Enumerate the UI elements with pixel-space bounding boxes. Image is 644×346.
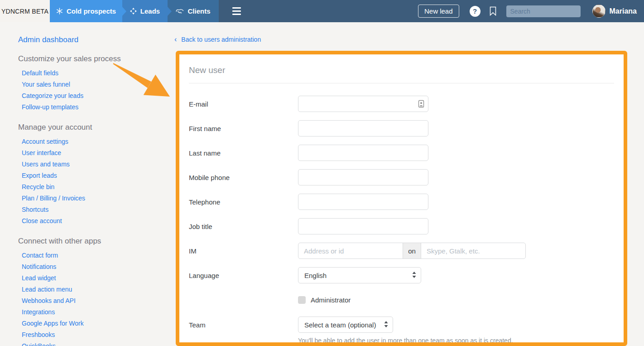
first-name-label: First name — [189, 125, 298, 132]
tab-leads[interactable]: Leads — [122, 0, 168, 22]
tab-label: Clients — [187, 7, 210, 15]
sidebar-links: Default fieldsYour sales funnelCategoriz… — [22, 68, 174, 113]
language-select-value: English — [304, 272, 327, 279]
form-row-im: IM on — [189, 243, 614, 259]
sidebar-links: Account settingsUser interfaceUsers and … — [22, 136, 174, 227]
bookmark-icon[interactable] — [490, 6, 496, 16]
team-note: You'll be able to add the user in more t… — [298, 337, 614, 344]
app-logo[interactable]: YDNCRM BETA — [0, 0, 50, 22]
sidebar-link-recycle-bin[interactable]: Recycle bin — [22, 181, 174, 193]
sidebar-links: Contact formNotificationsLead widgetLead… — [22, 250, 174, 346]
sidebar-link-lead-widget[interactable]: Lead widget — [22, 273, 174, 284]
main-nav-tabs: Cold prospects Leads — [50, 0, 219, 22]
sidebar-link-user-interface[interactable]: User interface — [22, 147, 174, 159]
tab-clients[interactable]: Clients — [168, 0, 219, 22]
admin-sidebar: Admin dashboard Customize your sales pro… — [0, 22, 174, 346]
sidebar-link-close-account[interactable]: Close account — [22, 215, 174, 227]
form-row-telephone: Telephone — [189, 194, 614, 210]
sidebar-section-heading: Manage your account — [18, 119, 174, 132]
back-link-label: Back to users administration — [181, 36, 261, 43]
form-row-language: Language English — [189, 267, 614, 283]
menu-icon[interactable] — [231, 5, 242, 18]
form-row-job-title: Job title — [189, 218, 614, 234]
form-row-last-name: Last name — [189, 145, 614, 161]
mobile-phone-label: Mobile phone — [189, 174, 298, 181]
sidebar-link-quickbooks[interactable]: QuickBooks — [22, 341, 174, 346]
sidebar-link-contact-form[interactable]: Contact form — [22, 250, 174, 261]
sidebar-link-users-and-teams[interactable]: Users and teams — [22, 159, 174, 170]
form-title: New user — [189, 65, 614, 75]
email-label: E-mail — [189, 100, 298, 108]
autofill-contact-icon[interactable] — [418, 100, 424, 108]
last-name-input[interactable] — [298, 145, 428, 161]
team-label: Team — [189, 321, 298, 329]
tab-label: Cold prospects — [67, 7, 116, 15]
job-title-input[interactable] — [298, 218, 428, 234]
move-arrows-icon — [130, 8, 137, 15]
team-select-value: Select a team (optional) — [304, 321, 376, 329]
user-name[interactable]: Mariana — [610, 7, 637, 15]
language-label: Language — [189, 272, 298, 279]
im-service-input[interactable] — [421, 243, 526, 259]
tab-label: Leads — [140, 7, 160, 15]
email-input-wrap — [298, 96, 428, 112]
sidebar-link-webhooks-and-api[interactable]: Webhooks and API — [22, 295, 174, 307]
telephone-label: Telephone — [189, 198, 298, 206]
new-lead-button[interactable]: New lead — [418, 5, 459, 18]
divider — [189, 83, 614, 83]
sidebar-link-shortcuts[interactable]: Shortcuts — [22, 204, 174, 215]
form-row-administrator: Administrator — [298, 292, 614, 308]
new-user-form-card: New user E-mail First n — [176, 51, 627, 346]
navbar-right: New lead ? Mariana — [418, 0, 644, 22]
avatar[interactable] — [592, 5, 606, 18]
form-row-first-name: First name — [189, 120, 614, 136]
im-addon: on — [403, 243, 421, 259]
tab-cold-prospects[interactable]: Cold prospects — [50, 0, 122, 22]
select-stepper-icon — [412, 272, 416, 279]
sidebar-sections: Customize your sales processDefault fiel… — [0, 50, 174, 346]
administrator-checkbox[interactable] — [298, 296, 306, 304]
sidebar-link-account-settings[interactable]: Account settings — [22, 136, 174, 147]
job-title-label: Job title — [189, 223, 298, 230]
sidebar-link-plan-billing-invoices[interactable]: Plan / Billing / Invoices — [22, 193, 174, 204]
first-name-input[interactable] — [298, 120, 428, 136]
search-input[interactable] — [506, 5, 581, 17]
help-icon[interactable]: ? — [470, 6, 481, 17]
chevron-left-icon: ‹ — [174, 36, 177, 43]
sidebar-link-export-leads[interactable]: Export leads — [22, 170, 174, 181]
sidebar-link-categorize-your-leads[interactable]: Categorize your leads — [22, 90, 174, 102]
team-select[interactable]: Select a team (optional) — [298, 317, 393, 333]
simple-rows: First nameLast nameMobile phoneTelephone… — [189, 120, 614, 234]
select-stepper-icon — [384, 321, 388, 329]
sidebar-link-lead-action-menu[interactable]: Lead action menu — [22, 284, 174, 295]
im-address-input[interactable] — [298, 243, 403, 259]
sidebar-link-follow-up-templates[interactable]: Follow-up templates — [22, 102, 174, 113]
sidebar-link-default-fields[interactable]: Default fields — [22, 68, 174, 79]
last-name-label: Last name — [189, 149, 298, 157]
form-row-team: Team Select a team (optional) — [189, 317, 614, 333]
back-to-users-link[interactable]: ‹ Back to users administration — [174, 36, 261, 43]
mobile-phone-input[interactable] — [298, 169, 428, 185]
form-row-mobile-phone: Mobile phone — [189, 169, 614, 185]
handshake-icon — [176, 8, 184, 15]
form-row-email: E-mail — [189, 96, 614, 112]
administrator-label: Administrator — [311, 296, 351, 304]
sidebar-link-admin-dashboard[interactable]: Admin dashboard — [18, 35, 174, 44]
sidebar-link-google-apps-for-work[interactable]: Google Apps for Work — [22, 318, 174, 329]
language-select[interactable]: English — [298, 267, 421, 283]
main-content: ‹ Back to users administration New user … — [168, 22, 644, 346]
new-user-form: E-mail First nameLast nameMobile phoneTe… — [189, 96, 614, 344]
im-label: IM — [189, 247, 298, 255]
telephone-input[interactable] — [298, 194, 428, 210]
snowflake-icon — [56, 8, 63, 15]
sidebar-link-integrations[interactable]: Integrations — [22, 307, 174, 318]
sidebar-link-freshbooks[interactable]: Freshbooks — [22, 329, 174, 341]
sidebar-link-notifications[interactable]: Notifications — [22, 261, 174, 273]
im-input-group: on — [298, 243, 526, 259]
sidebar-section-heading: Customize your sales process — [18, 50, 174, 63]
top-navbar: YDNCRM BETA Cold prospects — [0, 0, 644, 22]
sidebar-link-your-sales-funnel[interactable]: Your sales funnel — [22, 79, 174, 90]
sidebar-section-heading: Connect with other apps — [18, 233, 174, 246]
email-input[interactable] — [298, 96, 428, 112]
